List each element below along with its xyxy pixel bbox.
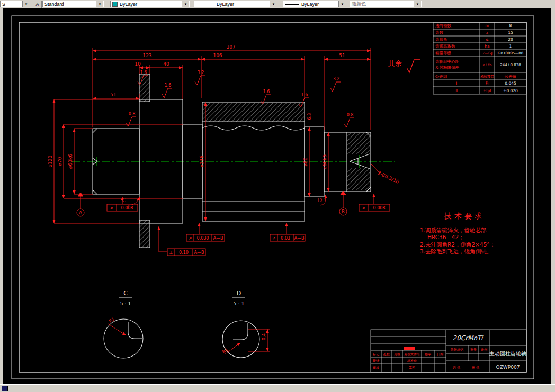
table-cell: 齿轮副中心距 bbox=[435, 59, 460, 64]
plot-style-combo[interactable]: 随颜色 ▼ bbox=[350, 1, 422, 7]
dimensions bbox=[54, 48, 380, 223]
title-block-label: 标记 bbox=[372, 352, 379, 357]
color-combo[interactable]: ByLayer ▼ bbox=[110, 1, 190, 7]
title-block-label: 处数 bbox=[383, 352, 390, 357]
text-style-icon[interactable]: A bbox=[33, 1, 42, 8]
table-cell: 20 bbox=[508, 37, 513, 42]
detail-d-scale: 5：1 bbox=[234, 301, 244, 306]
table-cell: m bbox=[485, 23, 489, 28]
fcf-symbol: ↗ bbox=[272, 236, 276, 241]
table-cell: Ⅰ bbox=[456, 81, 457, 86]
datum-a-label: A bbox=[79, 211, 82, 215]
title-block-label: 工艺 bbox=[409, 366, 415, 369]
title-block-label: 分区 bbox=[394, 352, 400, 356]
lineweight-value: ByLayer bbox=[301, 2, 319, 7]
table-cell: ±fpt bbox=[483, 88, 492, 93]
linetype-combo[interactable]: ByLayer ▼ bbox=[194, 1, 278, 7]
dim-len-123: 123 bbox=[142, 53, 151, 58]
table-cell: Fr bbox=[486, 81, 490, 86]
dim-len-51-right: 51 bbox=[339, 53, 345, 58]
table-cell: a±fa bbox=[483, 63, 492, 67]
center-hole-callout: 2-B6.3/16 bbox=[377, 170, 400, 185]
title-block-label: 共 张 bbox=[453, 365, 460, 369]
table-cell: Ⅱ bbox=[455, 88, 458, 93]
fcf-datum: A—B bbox=[294, 236, 305, 241]
dim-dia-journal-left: ⌀60k6 bbox=[68, 154, 73, 169]
dropdown-arrow-icon[interactable]: ▼ bbox=[182, 1, 189, 7]
fcf-value: 0.008 bbox=[373, 206, 386, 211]
table-cell: 244±0.038 bbox=[500, 63, 521, 67]
statusbar bbox=[0, 384, 555, 392]
drawing: 307 123 106 51 10 40 51 ⌀120 ⌀70 ⌀60k6 ⌀… bbox=[3, 8, 551, 385]
lineweight-sample bbox=[285, 4, 299, 5]
shaft-outline bbox=[93, 74, 371, 248]
fcf-datum: A—B bbox=[213, 236, 223, 241]
app-window: { "toolbar": { "combo1_value": "S", "tex… bbox=[0, 0, 555, 392]
fcf-value: 0.030 bbox=[197, 236, 209, 241]
linetype-value: ByLayer bbox=[217, 2, 234, 7]
dropdown-arrow-icon[interactable]: ▼ bbox=[414, 1, 421, 7]
title-block-label: 比例 bbox=[481, 348, 487, 352]
detail-d-radius: R1 bbox=[221, 347, 229, 354]
fcf-symbol: ⌀ bbox=[363, 206, 365, 211]
roughness-6-3: 6.3 bbox=[307, 113, 312, 120]
gear-parameter-table: 法向模数 齿数 齿形角 齿顶高系数 精度等级 齿轮副中心距 及其极限偏差 公差组… bbox=[433, 22, 526, 94]
lineweight-combo[interactable]: ByLayer ▼ bbox=[283, 1, 346, 7]
view-marker-c: C bbox=[122, 197, 126, 203]
tech-req-line: 2.未注圆角R2，倒角2×45°； bbox=[420, 241, 495, 248]
title-block-label: 标准化 bbox=[407, 359, 417, 363]
material-label: 20CrMnTi bbox=[453, 334, 484, 342]
dropdown-arrow-icon[interactable]: ▼ bbox=[96, 1, 103, 7]
detail-d-dim: 0.4 bbox=[262, 333, 266, 340]
dim-len-106: 106 bbox=[213, 53, 222, 58]
table-cell: ha bbox=[485, 44, 489, 49]
dim-dia-step: ⌀80 bbox=[303, 157, 308, 166]
color-value: ByLayer bbox=[120, 2, 137, 7]
table-cell: α bbox=[486, 37, 489, 42]
drawing-canvas[interactable]: 307 123 106 51 10 40 51 ⌀120 ⌀70 ⌀60k6 ⌀… bbox=[3, 8, 551, 385]
table-cell: GB10095—88 bbox=[498, 51, 523, 56]
color-swatch bbox=[112, 2, 118, 7]
dropdown-arrow-icon[interactable]: ▼ bbox=[22, 1, 30, 7]
dim-dia-collar: ⌀120 bbox=[48, 155, 53, 167]
fcf-texts: ⌀ 0.008 ↗ 0.030 A—B ↗ 0.03 A—B ⊥ 0.10 A—… bbox=[79, 197, 385, 255]
dropdown-arrow-icon[interactable]: ▼ bbox=[270, 1, 277, 7]
toolbar: S ▼ A Standard ▼ ByLayer ▼ ByLayer ▼ ByL… bbox=[0, 0, 555, 8]
table-cell: 法向模数 bbox=[435, 23, 452, 28]
text-style-combo[interactable]: Standard ▼ bbox=[42, 1, 104, 7]
roughness-value: 0.8 bbox=[129, 112, 136, 116]
dim-style-combo[interactable]: S ▼ bbox=[0, 1, 30, 7]
fcf-symbol: ⌀ bbox=[111, 206, 113, 211]
table-cell: 检验项目 bbox=[480, 75, 494, 79]
title-block: 标记 处数 分区 更改文件号 签字 日期 设计 标准化 审核 工艺 阶段标记 重… bbox=[371, 330, 526, 372]
title-block-label: 审核 bbox=[373, 366, 379, 369]
table-cell: 齿顶高系数 bbox=[435, 44, 455, 49]
roughness-value: 1.6 bbox=[140, 70, 147, 75]
roughness-value: 1.6 bbox=[165, 83, 172, 88]
drawing-number: QZWP007 bbox=[496, 364, 520, 370]
dim-dia-gear: ⌀136 bbox=[199, 155, 204, 167]
table-cell: 0.045 bbox=[505, 81, 516, 86]
tech-req-title: 技术要求 bbox=[444, 212, 485, 220]
linetype-sample bbox=[196, 4, 214, 4]
table-cell: z bbox=[486, 30, 488, 35]
dim-style-value: S bbox=[2, 2, 5, 7]
table-cell: 精度等级 bbox=[435, 51, 452, 56]
part-name: 主动圆柱齿轮轴 bbox=[489, 351, 526, 357]
highlight-cell bbox=[404, 347, 415, 350]
title-block-label: 阶段标记 bbox=[451, 348, 463, 352]
detail-view-c: C 5：1 R1 bbox=[104, 290, 143, 358]
table-cell: ±0.020 bbox=[503, 88, 518, 93]
dropdown-arrow-icon[interactable]: ▼ bbox=[338, 1, 346, 7]
detail-c-label: C bbox=[123, 290, 128, 297]
title-block-label: 日期 bbox=[437, 352, 443, 357]
dim-len-10: 10 bbox=[135, 61, 141, 67]
table-cell: 齿数 bbox=[435, 30, 444, 35]
roughness-value: 3.2 bbox=[333, 77, 340, 81]
tech-req-line: 1.调质渗碳淬火，齿轮芯部 bbox=[420, 227, 487, 233]
dim-len-40: 40 bbox=[163, 61, 169, 67]
statusbar-icon[interactable] bbox=[2, 386, 8, 391]
table-cell: 齿形角 bbox=[435, 37, 447, 42]
title-block-label: 第 张 bbox=[472, 365, 479, 369]
table-cell: 公差组 bbox=[435, 74, 447, 79]
